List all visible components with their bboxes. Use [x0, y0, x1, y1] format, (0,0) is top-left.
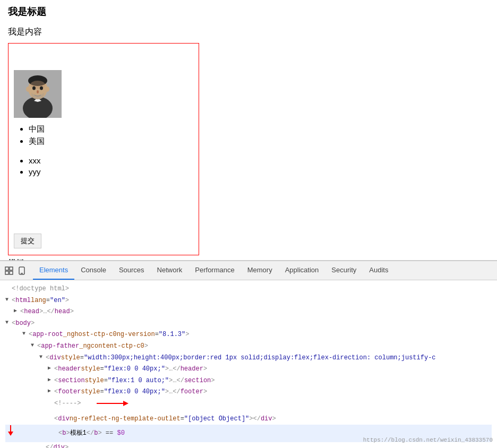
person-svg: [14, 70, 62, 118]
svg-rect-12: [10, 267, 13, 270]
code-line-body: <body>: [5, 318, 492, 330]
list-item-usa: 美国: [29, 136, 193, 147]
devtools-tabs: Elements Console Sources Network Perform…: [33, 261, 395, 280]
code-line-app-father: <app-father _ngcontent-ctp-c0 >: [5, 341, 492, 352]
page-content: 我是内容: [8, 27, 489, 38]
svg-rect-14: [10, 271, 13, 274]
list-item-china: 中国: [29, 124, 193, 134]
triangle-body[interactable]: [5, 318, 12, 328]
tab-elements[interactable]: Elements: [33, 261, 74, 280]
code-line-section: <section style="flex:1 0 auto;" > … </se…: [5, 375, 492, 387]
mobile-icon[interactable]: [17, 266, 27, 275]
svg-point-6: [32, 87, 36, 90]
watermark: https://blog.csdn.net/weixin_43833570: [363, 435, 493, 446]
submit-button[interactable]: 提交: [14, 234, 41, 248]
box-footer: 提交: [14, 228, 193, 249]
svg-rect-11: [5, 267, 8, 270]
tab-performance[interactable]: Performance: [188, 261, 241, 280]
triangle-footer[interactable]: [48, 386, 54, 396]
triangle-app-root[interactable]: [22, 329, 29, 339]
list-item-xxx: xxx: [29, 156, 193, 165]
tab-memory[interactable]: Memory: [241, 261, 279, 280]
code-line-app-root: <app-root _nghost-ctp-c0 ng-version="8.1…: [5, 329, 492, 341]
arrow-down-icon: [5, 425, 16, 442]
devtools-panel: Elements Console Sources Network Perform…: [0, 260, 497, 448]
box-section: 中国 美国 xxx yyy: [14, 70, 193, 228]
tab-sources[interactable]: Sources: [113, 261, 151, 280]
list-item-yyy: yyy: [29, 167, 193, 176]
code-line-head: <head> … </head>: [5, 306, 492, 318]
code-line-header: <header style="flex:0 0 40px;" > … </hea…: [5, 364, 492, 375]
browser-content: 我是标题 我是内容: [0, 0, 497, 260]
svg-rect-13: [5, 271, 8, 274]
code-line-html: <html lang="en" >: [5, 295, 492, 307]
devtools-icon-group: [4, 266, 27, 275]
bordered-box: 中国 美国 xxx yyy 提交: [8, 43, 199, 255]
tab-application[interactable]: Application: [279, 261, 325, 280]
svg-point-8: [37, 90, 39, 93]
inspect-icon[interactable]: [4, 266, 14, 275]
box-header: [14, 49, 193, 70]
triangle-head[interactable]: [14, 306, 20, 316]
triangle-section[interactable]: [48, 375, 54, 385]
tab-console[interactable]: Console: [74, 261, 113, 280]
list-group-1: 中国 美国: [14, 124, 193, 147]
code-line-div-style: <div style="width:300px;height:400px;bor…: [5, 352, 492, 364]
arrow-right-1: [97, 398, 128, 413]
triangle-div-style[interactable]: [39, 352, 46, 362]
code-line-comment: <!---->: [5, 398, 492, 413]
svg-point-10: [45, 87, 49, 92]
page-area: 我是标题 我是内容: [0, 0, 497, 260]
page-title: 我是标题: [8, 5, 489, 18]
code-line-footer: <footer style="flex:0 0 40px;" > … </foo…: [5, 386, 492, 398]
triangle-app-father[interactable]: [31, 341, 37, 350]
code-line-doctype: <!doctype html>: [5, 283, 492, 295]
tab-network[interactable]: Network: [151, 261, 189, 280]
list-group-2: xxx yyy: [14, 156, 193, 176]
svg-marker-20: [8, 432, 13, 436]
code-line-div-outlet: <div ng-reflect-ng-template-outlet="[obj…: [5, 413, 492, 425]
code-line-b-template[interactable]: <b> 模板1 </b> == $0: [18, 428, 125, 440]
triangle-header[interactable]: [48, 364, 54, 373]
triangle-html[interactable]: [5, 295, 12, 305]
tab-audits[interactable]: Audits: [363, 261, 395, 280]
tab-security[interactable]: Security: [325, 261, 363, 280]
devtools-toolbar: Elements Console Sources Network Perform…: [0, 261, 497, 280]
svg-point-9: [26, 87, 30, 92]
person-image: [14, 70, 62, 118]
svg-marker-18: [123, 401, 128, 406]
svg-point-7: [40, 87, 43, 90]
devtools-content: <!doctype html> <html lang="en" > <head>…: [0, 280, 497, 448]
